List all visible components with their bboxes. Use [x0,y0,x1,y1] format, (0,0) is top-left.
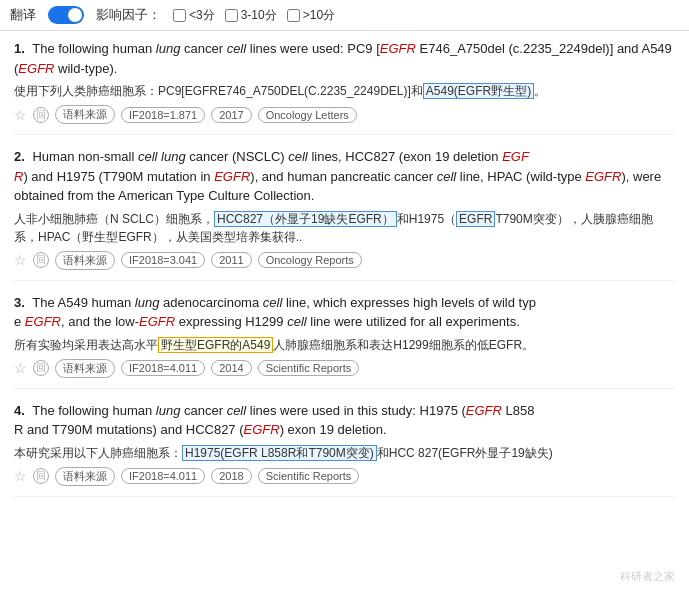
cell-italic-3: cell [263,295,283,310]
tag-if-2[interactable]: IF2018=3.041 [121,252,205,268]
circle-1[interactable]: 回 [33,107,49,123]
star-3[interactable]: ☆ [14,360,27,376]
impact-label: 影响因子： [96,6,161,24]
result-3-number: 3. [14,295,25,310]
cell-italic-3b: cell [287,314,307,329]
lung-italic-1: lung [156,41,181,56]
watermark: 科研者之家 [620,569,675,584]
filter-lt3[interactable]: <3分 [173,7,215,24]
result-2-en: 2. Human non-small cell lung cancer (NSC… [14,147,675,206]
translate-toggle[interactable] [48,6,84,24]
egfr-italic-2b: R [14,169,23,184]
egfr-italic-1: EGFR [380,41,416,56]
tag-if-1[interactable]: IF2018=1.871 [121,107,205,123]
lung-italic-4: lung [156,403,181,418]
tag-if-4[interactable]: IF2018=4.011 [121,468,205,484]
tag-year-3[interactable]: 2014 [211,360,251,376]
result-1-number: 1. [14,41,25,56]
result-item-4: 4. The following human lung cancer cell … [14,401,675,497]
result-item-3: 3. The A549 human lung adenocarcinoma ce… [14,293,675,389]
tag-source-2[interactable]: 语料来源 [55,251,115,270]
zh-highlight-4: H1975(EGFR L858R和T790M突变) [182,445,377,461]
result-item-2: 2. Human non-small cell lung cancer (NSC… [14,147,675,281]
tag-year-1[interactable]: 2017 [211,107,251,123]
result-2-number: 2. [14,149,25,164]
tag-if-3[interactable]: IF2018=4.011 [121,360,205,376]
top-bar: 翻译 影响因子： <3分 3-10分 >10分 [0,0,689,31]
egfr-italic-3b: EGFR [139,314,175,329]
circle-3[interactable]: 回 [33,360,49,376]
results-container: 1. The following human lung cancer cell … [0,31,689,517]
cell-italic-2: cell [138,149,158,164]
result-1-zh: 使用下列人类肺癌细胞系：PC9[EGFRE746_A750DEL(C.2235_… [14,82,675,100]
cell-italic-2c: cell [437,169,457,184]
result-4-number: 4. [14,403,25,418]
filter-3-10-checkbox[interactable] [225,9,238,22]
filter-options: <3分 3-10分 >10分 [173,7,335,24]
tag-journal-2[interactable]: Oncology Reports [258,252,362,268]
result-2-zh: 人非小细胞肺癌（N SCLC）细胞系，HCC827（外显子19缺失EGFR）和H… [14,210,675,246]
tag-journal-3[interactable]: Scientific Reports [258,360,360,376]
egfr-italic-3: EGFR [25,314,61,329]
result-3-en: 3. The A549 human lung adenocarcinoma ce… [14,293,675,332]
egfr-italic-1b: EGFR [18,61,54,76]
cell-italic-4: cell [227,403,247,418]
result-3-meta: ☆ 回 语料来源 IF2018=4.011 2014 Scientific Re… [14,359,675,378]
star-4[interactable]: ☆ [14,468,27,484]
egfr-italic-2d: EGFR [585,169,621,184]
circle-2[interactable]: 回 [33,252,49,268]
egfr-italic-4: EGFR [466,403,502,418]
result-4-meta: ☆ 回 语料来源 IF2018=4.011 2018 Scientific Re… [14,467,675,486]
egfr-italic-4b: EGFR [244,422,280,437]
result-4-zh: 本研究采用以下人肺癌细胞系：H1975(EGFR L858R和T790M突变)和… [14,444,675,462]
tag-source-3[interactable]: 语料来源 [55,359,115,378]
tag-source-1[interactable]: 语料来源 [55,105,115,124]
tag-source-4[interactable]: 语料来源 [55,467,115,486]
star-2[interactable]: ☆ [14,252,27,268]
zh-highlight-2b: EGFR [456,211,495,227]
tag-year-2[interactable]: 2011 [211,252,251,268]
cell-italic-2b: cell [288,149,308,164]
translate-label: 翻译 [10,6,36,24]
lung-italic-3: lung [135,295,160,310]
result-1-meta: ☆ 回 语料来源 IF2018=1.871 2017 Oncology Lett… [14,105,675,124]
result-item-1: 1. The following human lung cancer cell … [14,39,675,135]
tag-journal-4[interactable]: Scientific Reports [258,468,360,484]
zh-highlight-1: A549(EGFR野生型) [423,83,534,99]
filter-gt10-checkbox[interactable] [287,9,300,22]
egfr-italic-2c: EGFR [214,169,250,184]
result-4-en: 4. The following human lung cancer cell … [14,401,675,440]
filter-gt10[interactable]: >10分 [287,7,335,24]
circle-4[interactable]: 回 [33,468,49,484]
zh-highlight-2a: HCC827（外显子19缺失EGFR） [214,211,397,227]
result-3-zh: 所有实验均采用表达高水平野生型EGFR的A549人肺腺癌细胞系和表达H1299细… [14,336,675,354]
result-2-meta: ☆ 回 语料来源 IF2018=3.041 2011 Oncology Repo… [14,251,675,270]
tag-journal-1[interactable]: Oncology Letters [258,107,357,123]
tag-year-4[interactable]: 2018 [211,468,251,484]
filter-lt3-checkbox[interactable] [173,9,186,22]
zh-highlight-3: 野生型EGFR的A549 [158,337,273,353]
star-1[interactable]: ☆ [14,107,27,123]
lung-italic-2: lung [161,149,186,164]
egfr-italic-2: EGF [502,149,529,164]
filter-3-10[interactable]: 3-10分 [225,7,277,24]
cell-italic-1: cell [227,41,247,56]
result-1-en: 1. The following human lung cancer cell … [14,39,675,78]
